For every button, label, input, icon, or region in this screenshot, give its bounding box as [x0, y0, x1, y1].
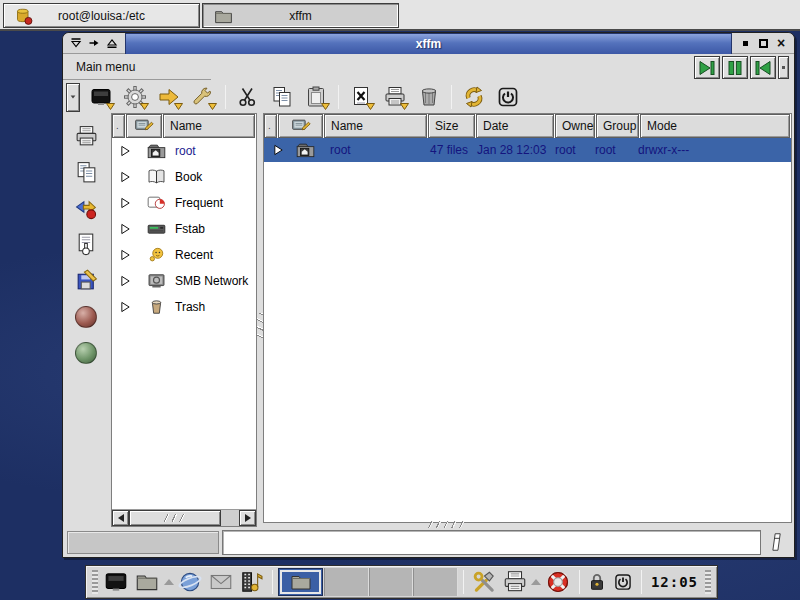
panel-separator: [272, 570, 273, 594]
list-header-mode[interactable]: Mode: [640, 114, 790, 138]
list-row-root[interactable]: root 47 files Jan 28 12:03 root root drw…: [264, 138, 791, 162]
panel-quit-button[interactable]: [610, 568, 636, 596]
tasklist-empty-slot[interactable]: [324, 568, 368, 596]
side-run-button[interactable]: [71, 195, 101, 222]
list-header-owner[interactable]: Owner: [555, 114, 595, 138]
panel-mail-button[interactable]: [206, 568, 237, 596]
tasklist-empty-slot[interactable]: [413, 568, 457, 596]
tree-header-name[interactable]: Name: [163, 114, 255, 138]
scrollbar-track[interactable]: [221, 510, 239, 526]
panel-grip[interactable]: [705, 570, 711, 594]
panel-settings-button[interactable]: [469, 568, 500, 596]
reload-button[interactable]: [457, 82, 491, 112]
taskbar-button-terminal[interactable]: root@louisa:/etc: [3, 3, 200, 28]
side-green-sphere-button[interactable]: [71, 339, 101, 366]
titlebar-left-tab: [63, 33, 125, 54]
eject-icon[interactable]: [105, 36, 119, 50]
panel-files-button[interactable]: [132, 568, 163, 596]
list-header-name[interactable]: Name: [324, 114, 427, 138]
close-icon[interactable]: ×: [774, 36, 788, 50]
down-arrow-icon: [208, 103, 217, 110]
list-header-date[interactable]: Date: [476, 114, 554, 138]
titlebar[interactable]: xffm ×: [63, 33, 794, 54]
list-header-size[interactable]: Size: [428, 114, 475, 138]
paste-button[interactable]: [299, 82, 333, 112]
side-open-with-button[interactable]: [71, 231, 101, 258]
skip-back-button[interactable]: [750, 56, 776, 79]
bottom-panel: 12:05: [85, 565, 718, 599]
monitor-pencil-icon: [134, 116, 154, 136]
tree-item-recent[interactable]: Recent: [112, 242, 256, 268]
copy-icon: [270, 85, 294, 109]
panel-print-button[interactable]: [499, 568, 530, 596]
expander-icon[interactable]: [120, 145, 131, 157]
side-toolbar: [64, 117, 108, 527]
panel-browser-button[interactable]: [175, 568, 206, 596]
side-copy-button[interactable]: [71, 159, 101, 186]
list-header-icon-cell[interactable]: [278, 114, 323, 138]
expander-icon[interactable]: [120, 197, 131, 209]
expander-icon[interactable]: [264, 144, 286, 156]
trash-button[interactable]: [412, 82, 446, 112]
side-red-sphere-button[interactable]: [71, 303, 101, 330]
stick-icon[interactable]: [87, 36, 101, 50]
scroll-right-button[interactable]: [239, 510, 256, 526]
tools-button[interactable]: [186, 82, 220, 112]
scroll-left-button[interactable]: [112, 510, 129, 526]
copy-button[interactable]: [265, 82, 299, 112]
tree-header-tick[interactable]: ․: [112, 114, 125, 138]
skip-forward-button[interactable]: [694, 56, 720, 79]
panel-multimedia-button[interactable]: [236, 568, 267, 596]
expander-icon[interactable]: [120, 301, 131, 313]
command-entry[interactable]: [222, 530, 761, 555]
cut-button[interactable]: [231, 82, 265, 112]
help-ring-icon: [545, 569, 571, 595]
tree-item-frequent[interactable]: Frequent: [112, 190, 256, 216]
expander-icon[interactable]: [120, 223, 131, 235]
list-header-tick[interactable]: ․: [264, 114, 277, 138]
panel-popup-handle[interactable]: [162, 568, 175, 596]
panel-popup-handle[interactable]: [530, 568, 543, 596]
scrollbar-thumb[interactable]: [129, 510, 221, 526]
tree-header-icon-cell[interactable]: [126, 114, 162, 138]
main-menu[interactable]: Main menu: [63, 54, 211, 80]
clear-entry-button[interactable]: [764, 529, 790, 555]
detach-handle[interactable]: [778, 56, 789, 79]
side-print-button[interactable]: [71, 123, 101, 150]
print-button[interactable]: [378, 82, 412, 112]
expander-icon[interactable]: [120, 171, 131, 183]
panel-help-button[interactable]: [543, 568, 574, 596]
maximize-icon[interactable]: [756, 36, 770, 50]
iconify-icon[interactable]: [738, 36, 752, 50]
tree-item-root[interactable]: root: [112, 138, 256, 164]
globe-icon: [177, 569, 203, 595]
tasklist-empty-slot[interactable]: [369, 568, 413, 596]
folder-icon: [134, 569, 160, 595]
tree-item-fstab[interactable]: Fstab: [112, 216, 256, 242]
panel-terminal-button[interactable]: [101, 568, 132, 596]
go-button[interactable]: [152, 82, 186, 112]
new-window-button[interactable]: [84, 82, 118, 112]
tasklist-active-window[interactable]: [278, 568, 323, 596]
expander-icon[interactable]: [120, 275, 131, 287]
toolbar-collapse-button[interactable]: [66, 83, 80, 112]
xffm-window: xffm × Main menu: [62, 32, 795, 558]
list-header-group[interactable]: Group: [596, 114, 639, 138]
shade-icon[interactable]: [69, 36, 83, 50]
side-save-button[interactable]: [71, 267, 101, 294]
panel-lock-button[interactable]: [585, 568, 611, 596]
pause-icon: [725, 59, 745, 77]
scripts-button[interactable]: [344, 82, 378, 112]
list-panel: ․ Name Size Date Owner Group Mode root 4…: [263, 113, 792, 523]
exit-button[interactable]: [491, 82, 525, 112]
panel-grip[interactable]: [92, 570, 98, 594]
settings-button[interactable]: [118, 82, 152, 112]
tree-item-smb-network[interactable]: SMB Network: [112, 268, 256, 294]
taskbar-button-xffm[interactable]: xffm: [202, 3, 399, 28]
pause-button[interactable]: [722, 56, 748, 79]
tree-item-trash[interactable]: Trash: [112, 294, 256, 320]
tree-item-book[interactable]: Book: [112, 164, 256, 190]
panel-clock[interactable]: 12:05: [647, 574, 702, 590]
titlebar-gradient[interactable]: xffm: [125, 33, 732, 54]
expander-icon[interactable]: [120, 249, 131, 261]
